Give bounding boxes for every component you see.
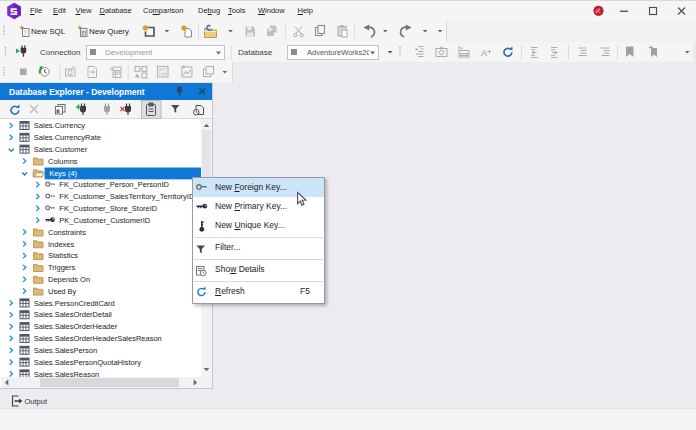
svg-text:PK_Customer_CustomerID: PK_Customer_CustomerID: [59, 216, 150, 225]
svg-text:Constraints: Constraints: [48, 228, 86, 237]
svg-text:Sales.CurrencyRate: Sales.CurrencyRate: [34, 133, 101, 142]
svg-text:A: A: [481, 48, 487, 58]
svg-text:Depends On: Depends On: [48, 275, 90, 284]
svg-text:Sales.SalesOrderHeaderSalesRea: Sales.SalesOrderHeaderSalesReason: [34, 334, 162, 343]
svg-text:Sales.SalesOrderDetail: Sales.SalesOrderDetail: [34, 310, 112, 319]
svg-text:Statistics: Statistics: [48, 251, 78, 260]
svg-text:Used By: Used By: [48, 287, 77, 296]
svg-text:Triggers: Triggers: [48, 263, 75, 272]
svg-text:Indexes: Indexes: [48, 240, 75, 249]
svg-text:Sales.PersonCreditCard: Sales.PersonCreditCard: [34, 299, 115, 308]
svg-text:FK_Customer_SalesTerritory_Ter: FK_Customer_SalesTerritory_TerritoryID: [59, 192, 195, 201]
svg-text:Columns: Columns: [48, 157, 78, 166]
svg-text:Keys (4): Keys (4): [49, 169, 77, 178]
svg-text:FK_Customer_Person_PersonID: FK_Customer_Person_PersonID: [59, 180, 169, 189]
svg-text:FK_Customer_Store_StoreID: FK_Customer_Store_StoreID: [59, 204, 158, 213]
svg-text:Sales.Currency: Sales.Currency: [34, 121, 86, 130]
svg-text:Sales.SalesPersonQuotaHistory: Sales.SalesPersonQuotaHistory: [34, 358, 141, 367]
svg-text:Sales.SalesOrderHeader: Sales.SalesOrderHeader: [34, 322, 118, 331]
svg-text:Sales.Customer: Sales.Customer: [34, 145, 88, 154]
svg-text:Sales.SalesPerson: Sales.SalesPerson: [34, 346, 97, 355]
